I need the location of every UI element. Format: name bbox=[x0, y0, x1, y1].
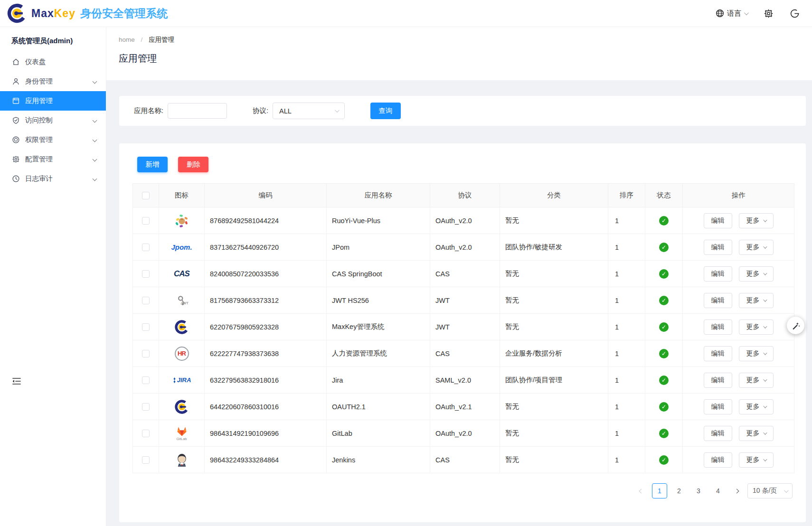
language-label: 语言 bbox=[727, 9, 741, 18]
row-checkbox[interactable] bbox=[142, 430, 150, 437]
edit-button[interactable]: 编辑 bbox=[704, 452, 732, 468]
more-button[interactable]: 更多 bbox=[739, 399, 774, 414]
status-enabled-icon: ✓ bbox=[659, 429, 669, 438]
app-category: 团队协作/敏捷研发 bbox=[500, 234, 608, 261]
row-checkbox[interactable] bbox=[142, 270, 150, 278]
top-actions: 语言 bbox=[716, 9, 800, 19]
settings-gear-icon[interactable] bbox=[764, 9, 774, 19]
sidebar-item-dashboard[interactable]: 仪表盘 bbox=[0, 52, 106, 72]
app-name: 人力资源管理系统 bbox=[327, 340, 430, 367]
maxkey-logo-icon bbox=[7, 3, 28, 24]
sidebar-item-apps[interactable]: 应用管理 bbox=[0, 91, 106, 111]
more-button[interactable]: 更多 bbox=[739, 319, 774, 335]
app-protocol: OAuth_v2.0 bbox=[430, 234, 500, 261]
language-switcher[interactable]: 语言 bbox=[716, 9, 747, 18]
applications-table: 图标 编码 应用名称 协议 分类 排序 状态 操作 bbox=[132, 183, 794, 473]
sidebar-item-access-control[interactable]: 访问控制 bbox=[0, 111, 106, 130]
edit-button[interactable]: 编辑 bbox=[704, 373, 732, 388]
edit-button[interactable]: 编辑 bbox=[704, 319, 732, 335]
status-enabled-icon: ✓ bbox=[659, 243, 669, 252]
edit-button[interactable]: 编辑 bbox=[704, 346, 732, 361]
app-code: 986432249333284864 bbox=[205, 447, 327, 473]
app-sort: 1 bbox=[608, 207, 645, 234]
more-button[interactable]: 更多 bbox=[739, 346, 774, 361]
more-button[interactable]: 更多 bbox=[739, 452, 774, 468]
column-header-code: 编码 bbox=[205, 184, 327, 207]
next-page-button[interactable] bbox=[730, 483, 743, 498]
app-name: RuoYi-Vue-Plus bbox=[327, 207, 430, 234]
sidebar-item-label: 配置管理 bbox=[25, 155, 93, 164]
row-checkbox[interactable] bbox=[142, 244, 150, 251]
edit-button[interactable]: 编辑 bbox=[704, 399, 732, 414]
app-code: 632279563832918016 bbox=[205, 367, 327, 394]
sidebar-item-configuration[interactable]: 配置管理 bbox=[0, 150, 106, 169]
medal-icon bbox=[12, 136, 20, 144]
logout-icon[interactable] bbox=[790, 9, 800, 19]
row-checkbox[interactable] bbox=[142, 217, 150, 225]
sidebar-item-identity[interactable]: 身份管理 bbox=[0, 72, 106, 91]
menu-fold-icon[interactable] bbox=[11, 376, 22, 386]
column-header-category: 分类 bbox=[500, 184, 608, 207]
app-protocol: SAML_v2.0 bbox=[430, 367, 500, 394]
app-name-input[interactable] bbox=[168, 103, 227, 119]
page-number-4[interactable]: 4 bbox=[710, 483, 726, 498]
table-row: CAS 824008507220033536 CAS SpringBoot CA… bbox=[133, 261, 794, 287]
row-checkbox[interactable] bbox=[142, 297, 150, 304]
row-checkbox[interactable] bbox=[142, 350, 150, 357]
prev-page-button[interactable] bbox=[634, 483, 648, 498]
page-number-2[interactable]: 2 bbox=[671, 483, 687, 498]
breadcrumb-home-link[interactable]: home bbox=[119, 36, 135, 43]
table-row: HR 622227747938373638 人力资源管理系统 CAS 企业服务/… bbox=[133, 340, 794, 367]
more-button[interactable]: 更多 bbox=[739, 213, 774, 228]
page-number-1[interactable]: 1 bbox=[652, 483, 667, 498]
column-header-protocol: 协议 bbox=[430, 184, 500, 207]
edit-button[interactable]: 编辑 bbox=[704, 240, 732, 255]
row-checkbox[interactable] bbox=[142, 323, 150, 331]
app-name: OAUTH2.1 bbox=[327, 394, 430, 420]
app-category: 暂无 bbox=[500, 261, 608, 287]
status-enabled-icon: ✓ bbox=[659, 455, 669, 465]
page-number-3[interactable]: 3 bbox=[691, 483, 706, 498]
page-size-select[interactable]: 10 条/页 bbox=[747, 483, 793, 498]
chevron-down-icon bbox=[784, 488, 789, 493]
protocol-select[interactable]: ALL bbox=[273, 103, 345, 119]
more-button[interactable]: 更多 bbox=[739, 240, 774, 255]
more-button[interactable]: 更多 bbox=[739, 426, 774, 441]
ruoyi-logo bbox=[173, 212, 190, 229]
app-protocol: JWT bbox=[430, 314, 500, 340]
delete-button[interactable]: 删除 bbox=[178, 157, 208, 172]
top-bar: MaxKey 身份安全管理系统 语言 bbox=[0, 0, 812, 27]
row-checkbox[interactable] bbox=[142, 376, 150, 384]
edit-button[interactable]: 编辑 bbox=[704, 293, 732, 308]
more-button[interactable]: 更多 bbox=[739, 373, 774, 388]
content-area: 应用名称: 协议: ALL 查询 新增 删除 bbox=[106, 80, 812, 522]
sidebar-item-label: 日志审计 bbox=[25, 174, 93, 183]
app-category: 暂无 bbox=[500, 207, 608, 234]
sidebar-menu: 仪表盘 身份管理 应用管理 bbox=[0, 52, 106, 188]
table-row: GitLab 986431492190109696 GitLab OAuth_v… bbox=[133, 420, 794, 447]
row-checkbox[interactable] bbox=[142, 403, 150, 411]
table-row: 644220607860310016 OAUTH2.1 OAuth_v2.1 暂… bbox=[133, 394, 794, 420]
app-protocol: JWT bbox=[430, 287, 500, 314]
edit-button[interactable]: 编辑 bbox=[704, 266, 732, 282]
shield-check-icon bbox=[12, 116, 20, 124]
edit-button[interactable]: 编辑 bbox=[704, 213, 732, 228]
theme-settings-button[interactable] bbox=[787, 317, 804, 334]
page-size-value: 10 条/页 bbox=[753, 487, 777, 495]
table-row: Jpom. 837136275440926720 JPom OAuth_v2.0… bbox=[133, 234, 794, 261]
app-category: 团队协作/项目管理 bbox=[500, 367, 608, 394]
sidebar-item-audit-log[interactable]: 日志审计 bbox=[0, 169, 106, 188]
sidebar-item-permissions[interactable]: 权限管理 bbox=[0, 130, 106, 150]
search-button[interactable]: 查询 bbox=[370, 103, 401, 119]
app-sort: 1 bbox=[608, 367, 645, 394]
edit-button[interactable]: 编辑 bbox=[704, 426, 732, 441]
more-button[interactable]: 更多 bbox=[739, 266, 774, 282]
jpom-logo: Jpom. bbox=[173, 239, 190, 256]
select-all-checkbox[interactable] bbox=[142, 192, 150, 199]
row-checkbox[interactable] bbox=[142, 456, 150, 464]
chevron-down-icon bbox=[763, 431, 767, 434]
more-button[interactable]: 更多 bbox=[739, 293, 774, 308]
add-button[interactable]: 新增 bbox=[137, 157, 168, 172]
column-header-icon: 图标 bbox=[159, 184, 205, 207]
clock-icon bbox=[12, 175, 20, 183]
